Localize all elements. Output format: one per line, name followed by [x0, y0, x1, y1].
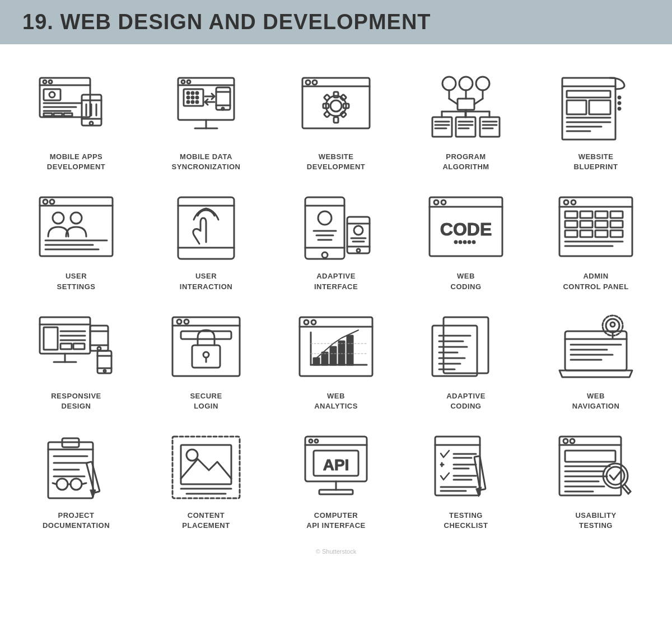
svg-rect-67: [480, 117, 500, 137]
svg-rect-156: [60, 344, 72, 349]
svg-rect-65: [432, 117, 452, 137]
icon-cell-web-coding: CODE WEBCODING: [401, 180, 531, 300]
project-doc-icon: [33, 431, 120, 504]
icon-cell-testing-checklist: TESTINGCHECKLIST: [401, 420, 531, 539]
mobile-data-sync-icon: [163, 72, 250, 145]
svg-point-122: [434, 200, 438, 205]
svg-point-116: [357, 249, 360, 252]
adaptive-interface-label: ADAPTIVEINTERFACE: [314, 271, 358, 291]
icon-cell-web-analytics: WEBANALYTICS: [271, 300, 401, 420]
icon-cell-computer-api: API COMPUTERAPI INTERFACE: [271, 420, 401, 539]
svg-point-176: [304, 320, 309, 324]
icon-cell-mobile-apps-dev: MOBILE APPSDEVELOPMENT: [11, 61, 141, 180]
web-navigation-icon: [553, 312, 640, 384]
svg-rect-143: [580, 230, 592, 237]
testing-checklist-label: TESTINGCHECKLIST: [444, 511, 488, 531]
svg-point-117: [354, 226, 363, 235]
admin-control-label: ADMINCONTROL PANEL: [563, 271, 628, 291]
svg-point-5: [49, 92, 55, 98]
svg-point-222: [186, 449, 198, 461]
svg-rect-10: [54, 113, 62, 116]
icon-cell-web-navigation: WEBNAVIGATION: [531, 300, 661, 420]
svg-point-15: [90, 122, 93, 125]
icon-cell-adaptive-coding: ADAPTIVECODING: [401, 300, 531, 420]
svg-rect-142: [565, 230, 577, 237]
svg-rect-66: [456, 117, 475, 137]
svg-rect-53: [340, 111, 346, 117]
svg-point-90: [618, 96, 620, 99]
svg-rect-157: [73, 344, 85, 349]
svg-rect-251: [565, 451, 615, 462]
svg-point-165: [104, 370, 106, 372]
program-algo-label: PROGRAMALGORITHM: [442, 152, 489, 172]
svg-point-231: [309, 439, 312, 443]
svg-rect-52: [324, 94, 330, 100]
svg-point-92: [618, 108, 620, 110]
svg-line-219: [82, 483, 86, 484]
svg-point-125: [455, 241, 457, 243]
svg-rect-51: [340, 94, 346, 100]
page-container: 19. WEB DESIGN AND DEVELOPMENT: [0, 0, 672, 558]
usability-testing-label: USABILITYTESTING: [575, 511, 616, 531]
svg-rect-4: [44, 89, 60, 100]
svg-point-95: [43, 200, 48, 204]
svg-rect-134: [565, 211, 577, 218]
svg-rect-180: [314, 358, 319, 365]
watermark: © Shutterstock: [0, 545, 672, 558]
program-algo-icon: [423, 72, 510, 145]
svg-rect-85: [589, 100, 610, 114]
computer-api-label: COMPUTERAPI INTERFACE: [306, 511, 365, 531]
user-settings-label: USERSETTINGS: [57, 271, 95, 291]
svg-point-2: [43, 80, 46, 84]
svg-point-133: [571, 200, 576, 205]
svg-rect-84: [567, 100, 586, 114]
svg-rect-170: [192, 345, 220, 368]
web-navigation-label: WEBNAVIGATION: [572, 391, 620, 411]
svg-point-28: [192, 96, 194, 99]
responsive-design-icon: [33, 312, 120, 384]
svg-point-26: [196, 92, 198, 94]
svg-point-169: [184, 319, 189, 324]
svg-point-203: [610, 322, 615, 327]
svg-rect-135: [580, 211, 592, 218]
icon-grid: MOBILE APPSDEVELOPMENT: [0, 44, 672, 545]
svg-point-57: [476, 77, 489, 90]
web-coding-label: WEBCODING: [451, 271, 482, 291]
icon-cell-user-settings: USERSETTINGS: [11, 180, 141, 300]
svg-point-177: [311, 320, 316, 324]
icon-cell-website-blueprint: WEBSITEBLUEPRINT: [531, 61, 661, 180]
svg-point-27: [187, 96, 189, 99]
svg-point-129: [473, 241, 475, 243]
svg-rect-54: [324, 111, 330, 117]
svg-line-217: [53, 483, 57, 484]
secure-login-label: SECURELOGIN: [190, 391, 222, 411]
svg-point-30: [187, 101, 189, 103]
svg-rect-144: [595, 230, 608, 237]
project-doc-label: PROJECTDOCUMENTATION: [43, 511, 110, 531]
responsive-design-label: RESPONSIVEDESIGN: [51, 391, 101, 411]
icon-cell-program-algo: PROGRAMALGORITHM: [401, 61, 531, 180]
admin-control-icon: [553, 192, 640, 265]
icon-cell-content-placement: CONTENTPLACEMENT: [141, 420, 271, 539]
svg-rect-19: [178, 78, 234, 120]
svg-point-123: [441, 200, 446, 205]
svg-point-91: [618, 102, 620, 104]
icon-cell-project-doc: PROJECTDOCUMENTATION: [11, 420, 141, 539]
svg-rect-9: [44, 113, 52, 116]
svg-point-216: [71, 479, 82, 490]
svg-point-132: [564, 200, 568, 205]
icon-cell-website-dev: WEBSITEDEVELOPMENT: [271, 61, 401, 180]
mobile-apps-dev-icon: [33, 72, 120, 145]
svg-line-63: [474, 99, 483, 104]
header-banner: 19. WEB DESIGN AND DEVELOPMENT: [0, 0, 672, 44]
svg-rect-196: [565, 331, 627, 370]
svg-rect-138: [565, 221, 577, 228]
svg-point-56: [459, 77, 473, 90]
adaptive-interface-icon: [293, 192, 380, 265]
content-placement-icon: [163, 431, 250, 504]
svg-rect-184: [347, 336, 353, 365]
content-placement-label: CONTENTPLACEMENT: [182, 511, 230, 531]
svg-rect-35: [216, 87, 230, 110]
adaptive-coding-label: ADAPTIVECODING: [446, 391, 486, 411]
icon-cell-adaptive-interface: ADAPTIVEINTERFACE: [271, 180, 401, 300]
